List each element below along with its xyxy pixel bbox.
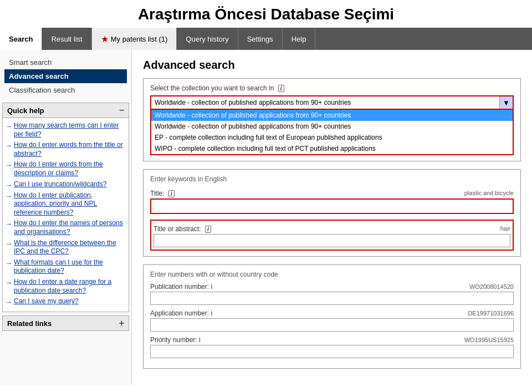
- collection-option-2[interactable]: EP - complete collection including full …: [151, 132, 513, 143]
- list-item: → How do I enter publication, applicatio…: [5, 191, 126, 217]
- related-links-section: Related links +: [2, 315, 129, 331]
- collection-section: Select the collection you want to search…: [143, 78, 521, 161]
- arrow-icon: →: [5, 240, 12, 248]
- arrow-icon: →: [5, 192, 12, 200]
- quick-help-header: Quick help −: [3, 103, 129, 118]
- list-item: → How do I enter the names of persons an…: [5, 219, 126, 236]
- title-abstract-hint: hair: [500, 225, 510, 232]
- nav-settings[interactable]: Settings: [238, 28, 283, 50]
- arrow-icon: →: [5, 161, 12, 169]
- priority-number-input[interactable]: [150, 345, 514, 358]
- arrow-icon: →: [5, 278, 12, 287]
- keywords-section: Enter keywords in English Title: i plast…: [143, 169, 521, 257]
- priority-label: Priority number: i: [150, 336, 201, 344]
- keywords-legend: Enter keywords in English: [150, 175, 514, 183]
- nav-search[interactable]: Search: [0, 28, 42, 50]
- sidebar-nav: Smart search Advanced search Classificat…: [0, 55, 131, 97]
- application-number-input[interactable]: [150, 318, 514, 332]
- collection-dropdown-button[interactable]: ▼: [499, 96, 513, 109]
- priority-hint: WO1995US15925: [464, 337, 514, 343]
- publication-label: Publication number: i: [150, 283, 212, 291]
- quick-help-collapse-button[interactable]: −: [119, 105, 124, 115]
- arrow-icon: →: [5, 220, 12, 228]
- nav-help[interactable]: Help: [283, 28, 316, 50]
- title-field-group: Title: i plastic and bicycle: [150, 187, 514, 214]
- arrow-icon: →: [5, 181, 12, 189]
- related-links-toggle[interactable]: Related links +: [3, 316, 129, 330]
- list-item: → What formats can I use for the publica…: [5, 258, 126, 276]
- collection-legend: Select the collection you want to search…: [150, 84, 514, 92]
- nav-query-history[interactable]: Query history: [177, 28, 238, 50]
- publication-number-group: Publication number: i WO2008014520: [150, 283, 514, 305]
- application-hint: DE19971031696: [468, 310, 514, 317]
- advanced-search-heading: Advanced search: [143, 59, 521, 72]
- numbers-section: Enter numbers with or without country co…: [143, 264, 521, 369]
- quick-help-link-0[interactable]: How many search terms can I enter per fi…: [14, 121, 126, 139]
- quick-help-link-7[interactable]: What formats can I use for the publicati…: [14, 258, 126, 276]
- quick-help-section: Quick help − → How many search terms can…: [2, 103, 129, 312]
- collection-selected-value: Worldwide - collection of published appl…: [155, 99, 351, 106]
- collection-option-1[interactable]: Worldwide - collection of published appl…: [151, 121, 513, 132]
- title-hint: plastic and bicycle: [464, 190, 514, 196]
- nav-result-list[interactable]: Result list: [42, 28, 91, 50]
- priority-info-icon[interactable]: i: [199, 336, 201, 344]
- application-number-group: Application number: i DE19971031696: [150, 309, 514, 332]
- application-label: Application number: i: [150, 309, 212, 317]
- title-label: Title: i: [150, 187, 222, 197]
- title-input[interactable]: [151, 200, 513, 213]
- quick-help-link-2[interactable]: How do I enter words from the descriptio…: [14, 160, 126, 177]
- quick-help-link-4[interactable]: How do I enter publication, application,…: [14, 191, 126, 217]
- application-info-icon[interactable]: i: [211, 309, 212, 317]
- list-item: → How do I enter words from the descript…: [5, 160, 126, 177]
- star-icon: ★: [101, 34, 109, 44]
- collection-dropdown-wrapper: Worldwide - collection of published appl…: [150, 95, 514, 110]
- title-abstract-input[interactable]: [154, 234, 510, 247]
- list-item: → How many search terms can I enter per …: [5, 121, 126, 139]
- list-item: → What is the difference between the IPC…: [5, 239, 126, 256]
- arrow-icon: →: [5, 122, 12, 130]
- collection-option-0[interactable]: Worldwide - collection of published appl…: [151, 110, 513, 121]
- priority-number-group: Priority number: i WO1995US15925: [150, 336, 514, 358]
- quick-help-link-5[interactable]: How do I enter the names of persons and …: [14, 219, 126, 236]
- quick-help-link-8[interactable]: How do I enter a date range for a public…: [14, 278, 126, 295]
- publication-number-input[interactable]: [150, 292, 514, 305]
- related-links-title: Related links: [7, 319, 52, 328]
- list-item: → Can I save my query?: [5, 297, 126, 306]
- quick-help-title: Quick help: [7, 106, 44, 115]
- nav-my-patents[interactable]: ★ My patents list (1): [92, 28, 177, 50]
- nav-bar: Search Result list ★ My patents list (1)…: [0, 28, 532, 50]
- collection-dropdown-list: Worldwide - collection of published appl…: [150, 109, 514, 155]
- arrow-icon: →: [5, 141, 12, 150]
- list-item: → How do I enter words from the title or…: [5, 141, 126, 158]
- sidebar-item-classification-search[interactable]: Classification search: [4, 83, 127, 97]
- list-item: → How do I enter a date range for a publ…: [5, 278, 126, 295]
- quick-help-link-3[interactable]: Can I use truncation/wildcards?: [14, 180, 106, 189]
- sidebar: Smart search Advanced search Classificat…: [0, 50, 132, 385]
- arrow-icon: →: [5, 298, 12, 306]
- sidebar-item-advanced-search[interactable]: Advanced search: [4, 69, 127, 83]
- collection-option-3[interactable]: WIPO - complete collection including ful…: [151, 143, 513, 154]
- page-title: Araştırma Öncesi Database Seçimi: [0, 0, 532, 28]
- quick-help-links: → How many search terms can I enter per …: [3, 118, 129, 312]
- list-item: → Can I use truncation/wildcards?: [5, 180, 126, 189]
- quick-help-link-1[interactable]: How do I enter words from the title or a…: [14, 141, 126, 158]
- main-layout: Smart search Advanced search Classificat…: [0, 50, 532, 385]
- arrow-icon: →: [5, 259, 12, 267]
- publication-hint: WO2008014520: [469, 283, 514, 290]
- title-abstract-info-icon[interactable]: i: [205, 226, 211, 233]
- related-links-expand-icon: +: [119, 318, 124, 328]
- title-abstract-field-group: Title or abstract: i hair: [150, 220, 514, 251]
- numbers-legend: Enter numbers with or without country co…: [150, 271, 514, 278]
- collection-info-icon[interactable]: i: [278, 85, 284, 92]
- sidebar-item-smart-search[interactable]: Smart search: [4, 55, 127, 69]
- publication-info-icon[interactable]: i: [211, 283, 212, 291]
- title-abstract-label: Title or abstract: i: [154, 223, 226, 233]
- main-content: Advanced search Select the collection yo…: [132, 50, 532, 385]
- quick-help-link-6[interactable]: What is the difference between the IPC a…: [14, 239, 126, 256]
- chevron-down-icon: ▼: [503, 99, 510, 107]
- quick-help-link-9[interactable]: Can I save my query?: [14, 297, 79, 306]
- title-info-icon[interactable]: i: [168, 190, 175, 197]
